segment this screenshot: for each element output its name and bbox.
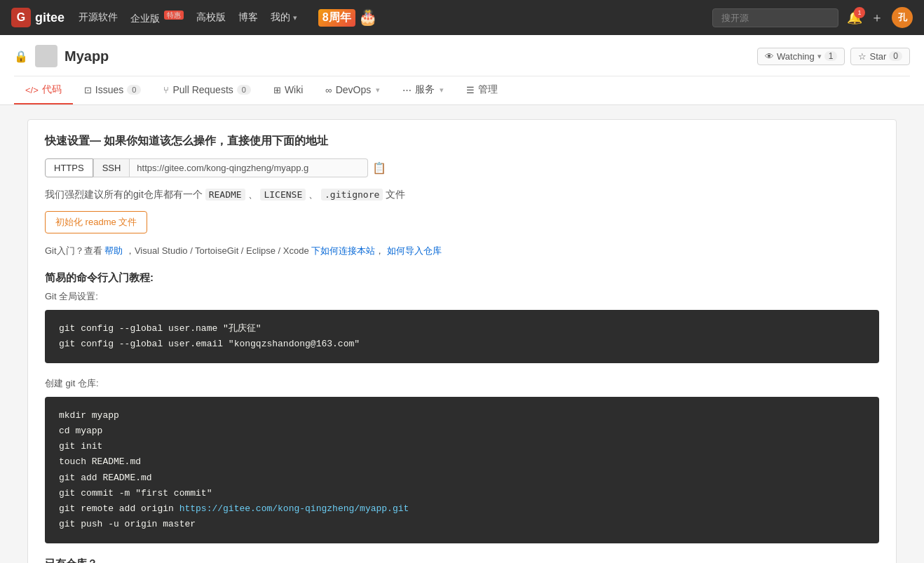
code-block-global: git config --global user.name "孔庆征" git … xyxy=(45,310,879,363)
remote-url: https://gitee.com/kong-qingzheng/myapp.g… xyxy=(179,503,409,514)
star-icon: ☆ xyxy=(858,51,867,62)
repo-name: Myapp xyxy=(64,48,109,65)
pr-icon: ⑂ xyxy=(163,85,169,95)
services-icon: ⋯ xyxy=(402,85,412,95)
readme-suggestion: 我们强烈建议所有的git仓库都有一个 README 、 LICENSE 、 .g… xyxy=(45,189,879,201)
anniversary-badge: 8周年 🎂 xyxy=(318,8,377,27)
services-dropdown-icon: ▾ xyxy=(440,86,444,95)
tab-devops[interactable]: ∞ DevOps ▾ xyxy=(314,76,391,104)
tab-code[interactable]: </> 代码 xyxy=(14,76,73,104)
repo-title-row: 🔒 Myapp 👁 Watching ▾ 1 ☆ Star 0 xyxy=(14,45,910,67)
tab-services-label: 服务 xyxy=(415,83,435,96)
mine-dropdown-icon: ▾ xyxy=(293,13,297,22)
create-repo-subtitle: 创建 git 仓库: xyxy=(45,377,879,390)
watching-count: 1 xyxy=(824,51,838,61)
tab-manage[interactable]: ☰ 管理 xyxy=(455,76,509,104)
tab-wiki[interactable]: ⊞ Wiki xyxy=(262,76,314,104)
repo-actions: 👁 Watching ▾ 1 ☆ Star 0 xyxy=(757,48,910,65)
notification-count: 1 xyxy=(854,7,865,18)
ssh-button[interactable]: SSH xyxy=(93,158,130,177)
eye-icon: 👁 xyxy=(765,51,774,62)
tab-devops-label: DevOps xyxy=(336,84,372,95)
wiki-icon: ⊞ xyxy=(273,85,281,95)
help-link[interactable]: 帮助 xyxy=(104,245,123,256)
site-logo[interactable]: G gitee xyxy=(11,8,64,27)
issues-icon: ⊡ xyxy=(84,85,92,95)
main-content: 快速设置— 如果你知道该怎么操作，直接使用下面的地址 HTTPS SSH 📋 我… xyxy=(13,119,911,563)
nav-opensource[interactable]: 开源软件 xyxy=(79,11,118,24)
import-link[interactable]: 如何导入仓库 xyxy=(387,245,442,256)
tab-pull-requests[interactable]: ⑂ Pull Requests 0 xyxy=(152,76,262,104)
quick-setup-title: 快速设置— 如果你知道该怎么操作，直接使用下面的地址 xyxy=(45,134,879,149)
tab-wiki-label: Wiki xyxy=(285,84,303,95)
tab-issues-label: Issues xyxy=(95,84,123,95)
watching-button[interactable]: 👁 Watching ▾ 1 xyxy=(757,48,845,65)
git-global-subtitle: Git 全局设置: xyxy=(45,290,879,303)
star-button[interactable]: ☆ Star 0 xyxy=(850,48,910,65)
tab-issues[interactable]: ⊡ Issues 0 xyxy=(73,76,153,104)
devops-dropdown-icon: ▾ xyxy=(376,86,380,95)
repo-title-left: 🔒 Myapp xyxy=(14,45,109,67)
gitignore-code: .gitignore xyxy=(321,189,383,201)
readme-code: README xyxy=(205,189,245,201)
add-button[interactable]: ＋ xyxy=(871,9,883,26)
tab-services[interactable]: ⋯ 服务 ▾ xyxy=(391,76,455,104)
nav-mine[interactable]: 我的 ▾ xyxy=(271,11,297,24)
repo-header: 🔒 Myapp 👁 Watching ▾ 1 ☆ Star 0 </> 代码 ⊡ xyxy=(0,35,924,105)
git-intro-links: Git入门？查看 帮助 ，Visual Studio / TortoiseGit… xyxy=(45,245,879,257)
search-input[interactable] xyxy=(712,8,838,27)
navbar-links: 开源软件 企业版 特惠 高校版 博客 我的 ▾ xyxy=(79,11,297,25)
nav-university[interactable]: 高校版 xyxy=(196,11,226,24)
avatar-button[interactable]: 孔 xyxy=(892,7,913,28)
pr-count: 0 xyxy=(237,85,251,95)
issues-count: 0 xyxy=(127,85,141,95)
tab-code-label: 代码 xyxy=(42,83,62,96)
init-readme-button[interactable]: 初始化 readme 文件 xyxy=(45,211,147,233)
navbar: G gitee 开源软件 企业版 特惠 高校版 博客 我的 ▾ 8周年 🎂 🔔 … xyxy=(0,0,924,35)
repo-avatar xyxy=(35,45,57,67)
repo-tabs: </> 代码 ⊡ Issues 0 ⑂ Pull Requests 0 ⊞ Wi… xyxy=(14,76,910,104)
guide-section-title: 简易的命令行入门教程: xyxy=(45,271,879,285)
devops-icon: ∞ xyxy=(325,85,332,95)
repo-url-input[interactable] xyxy=(130,158,368,177)
protocol-row: HTTPS SSH 📋 xyxy=(45,158,879,177)
code-icon: </> xyxy=(25,85,39,95)
quick-setup-card: 快速设置— 如果你知道该怎么操作，直接使用下面的地址 HTTPS SSH 📋 我… xyxy=(27,119,897,563)
notification-button[interactable]: 🔔 1 xyxy=(847,10,862,25)
mascot-icon: 🎂 xyxy=(358,8,377,27)
logo-icon: G xyxy=(11,8,31,27)
enterprise-badge: 特惠 xyxy=(164,11,184,20)
code-block-create-repo: mkdir myapp cd myapp git init touch READ… xyxy=(45,397,879,543)
nav-blog[interactable]: 博客 xyxy=(238,11,258,24)
watching-label: Watching xyxy=(777,51,815,62)
navbar-right: 🔔 1 ＋ 孔 xyxy=(712,7,913,28)
nav-enterprise[interactable]: 企业版 特惠 xyxy=(130,11,184,25)
existing-repo-title: 已有仓库？ xyxy=(45,557,879,563)
anniversary-text: 8周年 xyxy=(318,9,355,27)
star-count: 0 xyxy=(889,51,902,61)
license-code: LICENSE xyxy=(260,189,306,201)
https-button[interactable]: HTTPS xyxy=(45,158,93,177)
manage-icon: ☰ xyxy=(466,85,475,95)
tab-manage-label: 管理 xyxy=(478,83,498,96)
site-name: gitee xyxy=(35,11,64,25)
copy-url-button[interactable]: 📋 xyxy=(372,161,386,175)
star-label: Star xyxy=(869,51,886,62)
watching-dropdown-icon: ▾ xyxy=(817,52,822,61)
lock-icon: 🔒 xyxy=(14,50,28,63)
connect-link[interactable]: 下如何连接本站 xyxy=(311,245,375,256)
tab-pr-label: Pull Requests xyxy=(172,84,233,95)
